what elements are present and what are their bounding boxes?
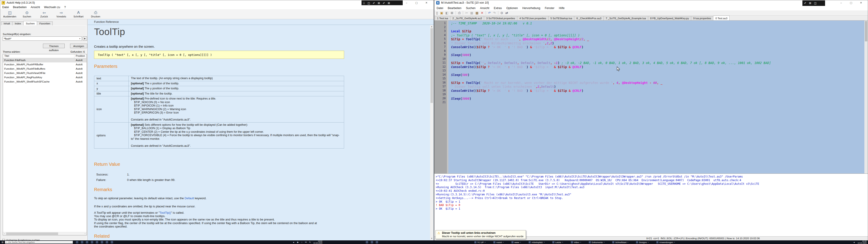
taskbar-toolbar-designs[interactable]: Designs» [636, 241, 649, 244]
results-header[interactable]: TitelPosition [3, 54, 87, 58]
help-toolbar-ausblenden[interactable]: ◫Ausblenden [1, 10, 18, 18]
list-topics-button[interactable]: Themen auflisten [43, 44, 65, 48]
taskbar-app-icon[interactable] [76, 241, 78, 243]
taskbar-toolbar-video[interactable]: Video» [571, 241, 581, 244]
taskbar-app-icon[interactable] [111, 241, 113, 243]
results-hscrollbar[interactable]: ‹ › [3, 232, 87, 235]
maximize-icon[interactable]: ▢ [846, 1, 856, 4]
search-results-list[interactable]: TitelPosition Function FileFlushAutoItFu… [3, 54, 87, 236]
taskbar-toolbar-dokumente[interactable]: Dokumente» [589, 241, 604, 244]
help-tab-index[interactable]: Index [12, 22, 24, 26]
result-row[interactable]: Function FileFlushAutoIt [3, 58, 87, 62]
help-toolbar-zurück[interactable]: ⇦Zurück [35, 10, 53, 18]
tray-icon[interactable]: ▲ [852, 241, 856, 243]
chevron-right-icon[interactable]: » [648, 241, 649, 243]
column-header-titel[interactable]: Titel [3, 54, 74, 58]
chevron-right-icon[interactable]: » [520, 241, 521, 243]
chevron-right-icon[interactable]: » [562, 241, 563, 243]
content-scrollbar[interactable]: ▲ ▼ [430, 25, 433, 240]
help-toolbar-vorwärts[interactable]: ⇨Vorwärts [53, 10, 70, 18]
pin-tool-icon[interactable]: ⍗ [363, 2, 365, 5]
save-icon[interactable]: ◧ [445, 11, 448, 15]
editor-tab-9[interactable]: 9 lua.properties [691, 16, 713, 20]
close-icon[interactable]: ✕ [422, 1, 431, 4]
open-file-icon[interactable]: ▣ [440, 11, 443, 15]
taskbar-app-icon[interactable] [91, 241, 93, 243]
chevron-right-icon[interactable]: » [580, 241, 581, 243]
scite-menu-optionen[interactable]: Optionen [504, 6, 520, 10]
result-row[interactable]: Function _WinAPI_FlushFRBufferAutoIt [3, 62, 87, 67]
scite-menu-datei[interactable]: Datei [434, 6, 445, 10]
maximize-icon[interactable]: ▢ [411, 1, 422, 4]
tray-icon[interactable]: ◆ [296, 241, 300, 243]
pin-tool-icon[interactable]: ⊠ [388, 2, 390, 5]
minimize-icon[interactable]: – [402, 1, 411, 4]
editor-tab-8[interactable]: 8 FB_UpDowSpeed_Wait4Key.py [648, 16, 691, 20]
result-row[interactable]: Function _WinAPI_RegFlushKeyAutoIt [3, 75, 87, 80]
scite-menu-hervorhebung[interactable]: Hervorhebung [520, 6, 542, 10]
result-row[interactable]: Function _WinAPI_FlushViewOfFileAutoIt [3, 71, 87, 75]
taskbar-app-icon[interactable] [106, 241, 108, 243]
scite-menu-fenster[interactable]: Fenster [542, 6, 556, 10]
new-file-icon[interactable]: ▯ [436, 11, 438, 15]
help-menu-datei[interactable]: Datei [0, 6, 11, 9]
editor-tab-2[interactable]: 2 _SciTE_GetStyleAt.au3 [450, 16, 484, 20]
scroll-left-arrow-icon[interactable]: ‹ [3, 232, 6, 235]
search-go-button[interactable]: ▶ [83, 36, 87, 41]
taskbar-toolbar-arbeitsplatz[interactable]: Arbeitsplatz» [529, 241, 545, 244]
taskbar-app-icon[interactable] [366, 241, 368, 243]
taskbar-toolbar-tc-up[interactable]: TC UP» [474, 241, 486, 244]
code-token-lnk[interactable]: ToolTip() [160, 211, 171, 214]
result-row[interactable]: Function _WinAPI_FlushFileBuffersAutoIt [3, 67, 87, 71]
taskbar-toolbar-autoit[interactable]: AutoIt» [493, 241, 504, 244]
chevron-right-icon[interactable]: » [674, 241, 675, 243]
editor-tab-3[interactable]: 3 SciTEGlobal.properties [484, 16, 517, 20]
help-menu-bearbeiten[interactable]: Bearbeiten [11, 6, 29, 9]
pin-tool-icon[interactable]: ◫ [367, 2, 370, 5]
editor-tab-1[interactable]: 1 Test.lua [435, 16, 451, 20]
help-menu-?[interactable]: ? [62, 6, 68, 9]
chevron-right-icon[interactable]: » [604, 241, 604, 243]
scroll-right-arrow-icon[interactable]: › [84, 232, 87, 235]
editor-tab-5[interactable]: 5 SciTEStartup.lua [548, 16, 575, 20]
tray-icon[interactable]: ⌂ [300, 241, 304, 243]
search-term-combobox[interactable]: *flush* ▾ [3, 36, 82, 41]
pin-tool-icon[interactable]: ✐ [804, 2, 806, 5]
help-window-controls[interactable]: –▢✕ [402, 0, 431, 5]
scroll-up-arrow-icon[interactable]: ▲ [430, 25, 433, 28]
start-button-icon[interactable]: ⊞ [0, 241, 5, 244]
help-toolbar-suchen[interactable]: ⊙Suchen [18, 10, 35, 18]
close-file-icon[interactable]: ⊠ [451, 11, 453, 15]
taskbar-search-box[interactable]: ○Zur Suche Text hier eingeben [5, 241, 73, 244]
column-header-position[interactable]: Position [74, 54, 87, 58]
chevron-right-icon[interactable]: » [503, 241, 504, 243]
help-tab-favoriten[interactable]: Favoriten [37, 22, 53, 26]
scite-window-controls[interactable]: –▢✕ [836, 0, 866, 5]
help-toolbar-drucken[interactable]: ⎙Drucken [87, 10, 104, 18]
chevron-right-icon[interactable]: » [485, 241, 486, 243]
tray-icon[interactable]: ▲ [292, 241, 296, 243]
taskbar-toolbar-schnellstart[interactable]: Schnellstart» [612, 241, 628, 244]
taskbar-clock[interactable]: 19:0214.10.2020 [858, 240, 867, 244]
scite-menu-hilfe[interactable]: Hilfe [557, 6, 567, 10]
pin-tool-icon[interactable]: ⊠ [809, 2, 811, 5]
pin-tool-icon[interactable]: ✐ [383, 2, 385, 5]
taskbar-toolbar-anwendungen[interactable]: Anwendungen» [656, 241, 675, 244]
print-icon[interactable]: ⎙ [458, 11, 461, 15]
find-icon[interactable]: ⊙ [501, 11, 503, 15]
pin-tool-icon[interactable]: ✐ [373, 2, 375, 5]
scite-menu-bearbeiten[interactable]: Bearbeiten [445, 6, 464, 10]
taskbar-app-icon[interactable] [371, 241, 373, 243]
taskbar-toolbar-letzte[interactable]: Letzte» [552, 241, 563, 244]
editor-scrollbar[interactable] [864, 21, 868, 174]
result-row[interactable]: Function _WinAPI_ShellFlushSFCacheAutoIt [3, 80, 87, 84]
pin-tool-icon[interactable]: ◫ [814, 2, 816, 5]
taskbar-app-icon[interactable] [376, 241, 378, 243]
close-icon[interactable]: ✕ [856, 1, 866, 4]
replace-icon[interactable]: ⇄ [505, 11, 508, 15]
redo-icon[interactable]: ↷ [493, 11, 496, 15]
chevron-right-icon[interactable]: » [544, 241, 545, 243]
paste-icon[interactable]: ▩ [475, 11, 478, 15]
tray-icon[interactable]: ✉ [304, 241, 308, 243]
taskbar-app-icon[interactable] [81, 241, 83, 243]
